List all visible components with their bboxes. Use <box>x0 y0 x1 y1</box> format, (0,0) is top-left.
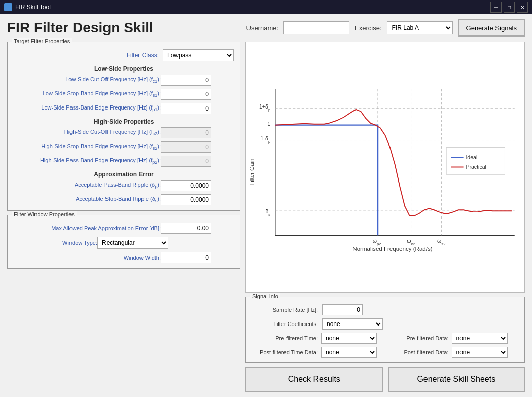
svg-text:ωc2: ωc2 <box>407 238 415 246</box>
passband-ripple-label: Acceptable Pass-Band Ripple (δp): <box>14 182 161 189</box>
window-type-select[interactable]: Rectangular Hanning Hamming Blackman Kai… <box>97 237 168 249</box>
generate-skill-sheets-button[interactable]: Generate Skill Sheets <box>388 367 525 392</box>
filter-window-panel: Filter Window Properties Max Allowed Pea… <box>7 215 240 269</box>
window-width-input[interactable] <box>161 252 211 263</box>
sample-rate-input[interactable] <box>322 304 363 315</box>
pre-filtered-data-select[interactable]: none <box>452 333 508 344</box>
low-side-header: Low-Side Properties <box>14 65 234 73</box>
high-side-header: High-Side Properties <box>14 118 234 125</box>
exercise-select[interactable]: FIR Lab A <box>387 21 453 34</box>
svg-text:Practical: Practical <box>466 164 486 170</box>
pre-filtered-data-label: Pre-filtered Data: <box>388 335 449 341</box>
filter-class-select[interactable]: Lowpass Highpass Bandpass Bandstop <box>163 49 234 61</box>
signal-info-title: Signal Info <box>250 293 280 299</box>
exercise-label: Exercise: <box>354 24 381 32</box>
check-results-button[interactable]: Check Results <box>245 367 383 392</box>
high-cutoff-label: High-Side Cut-Off Frequency [Hz] (fc2): <box>14 129 161 136</box>
target-filter-title: Target Filter Properties <box>12 38 72 44</box>
window-title: FIR Skill Tool <box>15 4 51 11</box>
svg-text:1: 1 <box>267 121 270 127</box>
low-passband-label: Low-Side Pass-Band Edge Frequency [Hz] (… <box>14 104 161 112</box>
svg-text:Normalised Frequency (Rad/s): Normalised Frequency (Rad/s) <box>352 246 432 252</box>
high-cutoff-input <box>161 127 211 138</box>
signal-info-panel: Signal Info Sample Rate [Hz]: Filter Coe… <box>245 297 525 363</box>
max-peak-input[interactable] <box>161 223 211 234</box>
window-controls: ─ □ ✕ <box>490 2 528 13</box>
minimize-button[interactable]: ─ <box>490 2 502 13</box>
stopband-ripple-input[interactable] <box>161 194 211 205</box>
pre-filtered-time-label: Pre-filtered Time: <box>252 335 318 341</box>
high-passband-label: High-Side Pass-Band Edge Frequency [Hz] … <box>14 157 161 165</box>
page-header: FIR Filter Design Skill Username: Exerci… <box>7 19 525 37</box>
post-filtered-data-label: Post-filtered Data: <box>388 349 449 355</box>
filter-chart: 1+δp 1 1-δp δs <box>245 42 525 293</box>
app-icon <box>4 3 12 11</box>
svg-text:ωp2: ωp2 <box>373 238 381 246</box>
high-stopband-label: High-Side Stop-Band Edge Frequency [Hz] … <box>14 143 161 151</box>
svg-text:Ideal: Ideal <box>466 154 477 160</box>
svg-text:δs: δs <box>265 208 270 217</box>
approx-header: Approximation Error <box>14 171 234 178</box>
svg-text:1-δp: 1-δp <box>261 135 271 144</box>
post-filtered-data-select[interactable]: none <box>452 347 508 358</box>
target-filter-panel: Target Filter Properties Filter Class: L… <box>7 42 240 211</box>
generate-signals-button[interactable]: Generate Signals <box>458 19 525 37</box>
svg-text:1+δp: 1+δp <box>259 103 270 112</box>
window-type-label: Window Type: <box>14 240 97 246</box>
bottom-buttons: Check Results Generate Skill Sheets <box>245 367 525 392</box>
low-stopband-input[interactable] <box>161 89 211 100</box>
svg-text:Filter Gain: Filter Gain <box>249 158 255 185</box>
low-stopband-label: Low-Side Stop-Band Edge Frequency [Hz] (… <box>14 90 161 98</box>
svg-text:ωs2: ωs2 <box>437 238 445 246</box>
window-width-label: Window Width: <box>14 255 161 261</box>
post-filtered-time-label: Post-filtered Time Data: <box>252 349 318 355</box>
close-button[interactable]: ✕ <box>517 2 528 13</box>
passband-ripple-input[interactable] <box>161 180 211 191</box>
low-cutoff-input[interactable] <box>161 75 211 86</box>
sample-rate-label: Sample Rate [Hz]: <box>252 307 318 313</box>
low-passband-input[interactable] <box>161 103 211 114</box>
page-title: FIR Filter Design Skill <box>7 20 153 36</box>
filter-coefficients-label: Filter Coefficients: <box>252 321 318 327</box>
stopband-ripple-label: Acceptable Stop-Band Ripple (δs): <box>14 196 161 203</box>
maximize-button[interactable]: □ <box>504 2 515 13</box>
low-cutoff-label: Low-Side Cut-Off Frequency [Hz] (fc1): <box>14 76 161 84</box>
filter-window-title: Filter Window Properties <box>12 211 77 218</box>
title-bar: FIR Skill Tool ─ □ ✕ <box>0 0 532 14</box>
post-filtered-time-select[interactable]: none <box>321 347 377 358</box>
filter-coefficients-select[interactable]: none <box>322 318 383 330</box>
pre-filtered-time-select[interactable]: none <box>321 333 377 344</box>
high-passband-input <box>161 156 211 167</box>
username-label: Username: <box>246 24 279 32</box>
max-peak-label: Max Allowed Peak Approximation Error [dB… <box>14 225 161 231</box>
username-input[interactable] <box>283 21 349 34</box>
svg-rect-17 <box>446 148 505 174</box>
high-stopband-input <box>161 141 211 153</box>
filter-class-label: Filter Class: <box>14 52 159 59</box>
